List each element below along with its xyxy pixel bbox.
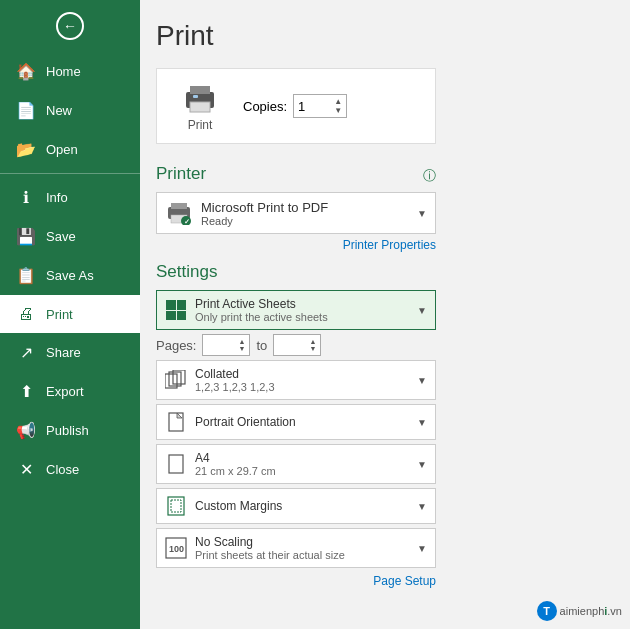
sidebar-item-new[interactable]: 📄 New [0, 91, 140, 130]
copies-spinner[interactable]: ▲ ▼ [334, 97, 342, 115]
svg-rect-16 [171, 500, 181, 512]
print-active-sheets-dropdown[interactable]: Print Active Sheets Only print the activ… [156, 290, 436, 330]
home-icon: 🏠 [16, 62, 36, 81]
pages-to-spinner[interactable]: ▲▼ [309, 338, 316, 352]
printer-info-icon[interactable]: ⓘ [423, 167, 436, 185]
pages-from-spinner[interactable]: ▲▼ [239, 338, 246, 352]
sidebar: ← 🏠 Home 📄 New 📂 Open ℹ Info 💾 Save 📋 Sa… [0, 0, 140, 629]
main-content: Print Print Copies: 1 ▲ ▼ Prin [140, 0, 630, 629]
back-button[interactable]: ← [0, 0, 140, 52]
pages-from-input[interactable]: ▲▼ [202, 334, 250, 356]
printer-svg-icon [180, 80, 220, 116]
copies-area: Copies: 1 ▲ ▼ [243, 94, 347, 118]
scaling-text: No Scaling Print sheets at their actual … [195, 535, 409, 561]
collated-text: Collated 1,2,3 1,2,3 1,2,3 [195, 367, 409, 393]
page-title: Print [156, 20, 606, 52]
orientation-text: Portrait Orientation [195, 415, 409, 429]
collated-arrow: ▼ [417, 375, 427, 386]
grid-icon [165, 299, 187, 321]
sidebar-label-publish: Publish [46, 423, 89, 438]
sidebar-item-home[interactable]: 🏠 Home [0, 52, 140, 91]
printer-info: Microsoft Print to PDF Ready [201, 200, 328, 227]
print-active-sheets-label: Print Active Sheets [195, 297, 409, 311]
watermark-logo: T [537, 601, 557, 621]
printer-properties-link[interactable]: Printer Properties [156, 238, 436, 252]
back-circle-icon: ← [56, 12, 84, 40]
paper-size-arrow: ▼ [417, 459, 427, 470]
sidebar-label-export: Export [46, 384, 84, 399]
orientation-label: Portrait Orientation [195, 415, 409, 429]
sidebar-item-open[interactable]: 📂 Open [0, 130, 140, 169]
paper-size-sub: 21 cm x 29.7 cm [195, 465, 409, 477]
printer-status: Ready [201, 215, 328, 227]
printer-dropdown-arrow: ▼ [417, 208, 427, 219]
svg-text:100: 100 [169, 544, 184, 554]
orientation-arrow: ▼ [417, 417, 427, 428]
printer-section-title: Printer [156, 164, 423, 184]
scaling-sub: Print sheets at their actual size [195, 549, 409, 561]
sidebar-item-print[interactable]: 🖨 Print [0, 295, 140, 333]
svg-rect-2 [190, 102, 210, 112]
scaling-icon: 100 [165, 537, 187, 559]
svg-rect-5 [171, 203, 187, 209]
paper-size-text: A4 21 cm x 29.7 cm [195, 451, 409, 477]
printer-name: Microsoft Print to PDF [201, 200, 328, 215]
pages-to-label: to [256, 338, 267, 353]
printer-dropdown[interactable]: ✓ Microsoft Print to PDF Ready ▼ [156, 192, 436, 234]
printer-section: Printer ⓘ ✓ Microsoft Print to PDF Ready… [156, 160, 606, 252]
copies-label: Copies: [243, 99, 287, 114]
export-icon: ⬆ [16, 382, 36, 401]
print-button[interactable]: Print [173, 79, 227, 133]
sidebar-item-saveas[interactable]: 📋 Save As [0, 256, 140, 295]
margins-label: Custom Margins [195, 499, 409, 513]
printer-status-icon: ✓ [165, 199, 193, 227]
print-icon: 🖨 [16, 305, 36, 323]
settings-section: Settings Print Active Sheets Only print … [156, 262, 606, 588]
sidebar-item-export[interactable]: ⬆ Export [0, 372, 140, 411]
sidebar-label-home: Home [46, 64, 81, 79]
info-icon: ℹ [16, 188, 36, 207]
publish-icon: 📢 [16, 421, 36, 440]
sidebar-item-close[interactable]: ✕ Close [0, 450, 140, 489]
print-button-label: Print [188, 118, 213, 132]
sidebar-item-publish[interactable]: 📢 Publish [0, 411, 140, 450]
watermark-text: aimienphi.vn [560, 605, 622, 617]
open-icon: 📂 [16, 140, 36, 159]
print-button-area: Print Copies: 1 ▲ ▼ [156, 68, 436, 144]
sidebar-divider-1 [0, 173, 140, 174]
sidebar-item-info[interactable]: ℹ Info [0, 178, 140, 217]
margins-dropdown[interactable]: Custom Margins ▼ [156, 488, 436, 524]
new-icon: 📄 [16, 101, 36, 120]
collated-dropdown[interactable]: Collated 1,2,3 1,2,3 1,2,3 ▼ [156, 360, 436, 400]
svg-marker-13 [177, 413, 182, 418]
sidebar-label-info: Info [46, 190, 68, 205]
copies-value: 1 [298, 99, 305, 114]
margins-icon [165, 495, 187, 517]
sidebar-label-saveas: Save As [46, 268, 94, 283]
paper-size-dropdown[interactable]: A4 21 cm x 29.7 cm ▼ [156, 444, 436, 484]
share-icon: ↗ [16, 343, 36, 362]
paper-icon [165, 453, 187, 475]
svg-rect-1 [190, 86, 210, 94]
page-setup-link[interactable]: Page Setup [156, 574, 436, 588]
print-active-sheets-arrow: ▼ [417, 305, 427, 316]
scaling-label: No Scaling [195, 535, 409, 549]
sidebar-item-share[interactable]: ↗ Share [0, 333, 140, 372]
svg-rect-12 [169, 413, 183, 431]
svg-text:✓: ✓ [184, 218, 190, 225]
scaling-dropdown[interactable]: 100 No Scaling Print sheets at their act… [156, 528, 436, 568]
sidebar-label-share: Share [46, 345, 81, 360]
settings-section-title: Settings [156, 262, 606, 282]
sidebar-item-save[interactable]: 💾 Save [0, 217, 140, 256]
printer-icon-svg: ✓ [165, 199, 193, 225]
close-icon: ✕ [16, 460, 36, 479]
orientation-dropdown[interactable]: Portrait Orientation ▼ [156, 404, 436, 440]
copies-input[interactable]: 1 ▲ ▼ [293, 94, 347, 118]
collated-icon [165, 369, 187, 391]
sidebar-label-close: Close [46, 462, 79, 477]
watermark: T aimienphi.vn [537, 601, 622, 621]
pages-to-input[interactable]: ▲▼ [273, 334, 321, 356]
print-active-sheets-text: Print Active Sheets Only print the activ… [195, 297, 409, 323]
sidebar-label-open: Open [46, 142, 78, 157]
pages-row: Pages: ▲▼ to ▲▼ [156, 334, 606, 356]
